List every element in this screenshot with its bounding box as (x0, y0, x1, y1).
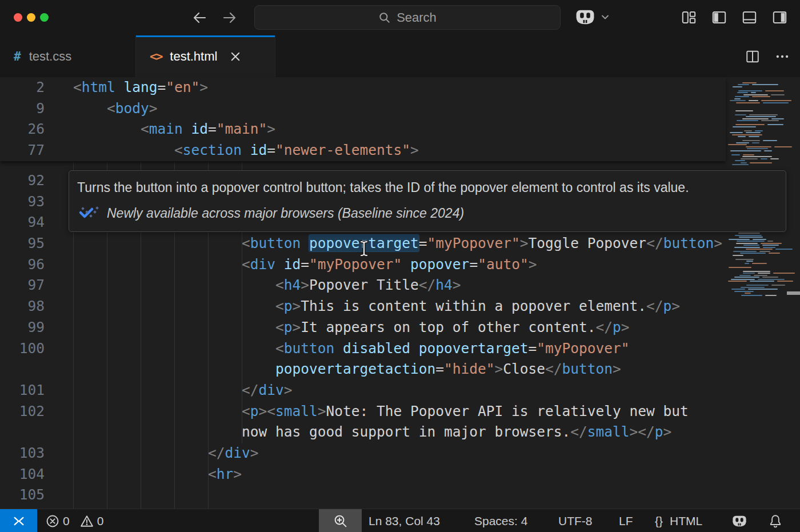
forward-arrow-icon[interactable] (222, 10, 238, 26)
minimap-line (754, 275, 767, 276)
code-row: 100<button disabled popovertarget="myPop… (0, 338, 726, 359)
minimap-line (730, 100, 746, 101)
code-line[interactable]: <body> (45, 98, 158, 119)
minimap-line (733, 126, 756, 127)
code-row: 103</div> (0, 443, 726, 464)
toggle-sidebar-right-icon[interactable] (772, 10, 787, 25)
minimap-line (761, 120, 779, 121)
close-window-button[interactable] (14, 13, 22, 22)
code-line[interactable]: <hr> (45, 464, 242, 485)
code-line[interactable]: <p>It appears on top of other content.</… (45, 317, 630, 338)
code-line[interactable]: <main id="main"> (45, 119, 275, 140)
search-icon (378, 11, 391, 24)
minimap-line (767, 241, 773, 242)
line-number: 92 (0, 170, 45, 191)
remote-icon (13, 515, 25, 527)
tab-test-css[interactable]: # test.css (0, 35, 136, 77)
line-number: 105 (0, 485, 45, 506)
tab-label: test.html (170, 49, 217, 64)
line-number: 104 (0, 464, 45, 485)
minimap-line (777, 281, 794, 282)
code-line[interactable]: <section id="newer-elements"> (45, 140, 419, 161)
code-line[interactable]: <button popovertarget="myPopover">Toggle… (45, 233, 722, 254)
error-count: 0 (63, 514, 70, 528)
cursor-position[interactable]: Ln 83, Col 43 (369, 509, 440, 532)
braces-icon: {} (655, 514, 663, 528)
code-line[interactable]: <p>This is content within a popover elem… (45, 296, 680, 317)
copilot-status[interactable] (731, 509, 747, 532)
minimap-line (737, 120, 758, 121)
minimap-line (732, 164, 749, 165)
code-line[interactable]: popovertargetaction="hide">Close</button… (45, 359, 621, 380)
minimap-line (735, 110, 753, 111)
copilot-menu[interactable] (574, 7, 610, 27)
minimap-line (741, 158, 758, 159)
minimap-line (736, 243, 758, 244)
encoding-setting[interactable]: UTF-8 (558, 509, 593, 532)
code-line[interactable]: <div id="myPopover" popover="auto"> (45, 254, 537, 275)
minimap-line (762, 277, 778, 278)
minimap-line (775, 249, 793, 250)
code-line[interactable]: </div> (45, 380, 293, 401)
eol-setting[interactable]: LF (619, 509, 633, 532)
tab-test-html[interactable]: <> test.html (136, 35, 275, 77)
minimap-line (749, 114, 778, 115)
close-tab-icon[interactable] (230, 51, 241, 62)
code-line[interactable]: </div> (45, 443, 259, 464)
minimap-line (738, 233, 760, 234)
sticky-scroll[interactable]: 2<html lang="en">9<body>26<main id="main… (0, 77, 726, 161)
minimap-line (765, 295, 777, 296)
minimap-line (761, 243, 782, 244)
line-number: 98 (0, 296, 45, 317)
minimap-line (746, 146, 771, 147)
notifications-bell[interactable] (768, 509, 783, 532)
minimize-window-button[interactable] (27, 13, 35, 22)
window-controls (14, 13, 49, 22)
code-row: 102<p><small>Note: The Popover API is re… (0, 401, 726, 422)
problems-indicator[interactable]: 0 0 (46, 509, 103, 532)
minimap-line (747, 148, 768, 149)
minimap-line (743, 273, 755, 274)
customize-layout-icon[interactable] (681, 10, 697, 25)
minimap-line (737, 92, 748, 93)
back-arrow-icon[interactable] (191, 10, 207, 26)
more-actions-icon[interactable] (775, 49, 790, 64)
minimap-line (749, 100, 758, 101)
language-mode[interactable]: {} HTML (655, 509, 702, 532)
minimap-line (731, 154, 740, 155)
minimap-line (765, 90, 784, 91)
minimap-line (738, 90, 762, 91)
minimap[interactable] (726, 77, 800, 509)
tab-bar: # test.css <> test.html (0, 35, 800, 77)
html-file-icon: <> (150, 50, 162, 63)
line-number: 99 (0, 317, 45, 338)
code-line[interactable]: <p><small>Note: The Popover API is relat… (45, 401, 689, 422)
minimap-line (764, 150, 772, 151)
remote-indicator[interactable] (0, 509, 37, 532)
code-line[interactable]: <h4>Popover Title</h4> (45, 275, 461, 296)
maximize-window-button[interactable] (40, 13, 49, 22)
minimap-line (742, 82, 757, 83)
minimap-line (742, 140, 761, 141)
indentation-setting[interactable]: Spaces: 4 (474, 509, 527, 532)
line-number: 26 (0, 119, 45, 140)
toggle-sidebar-left-icon[interactable] (711, 10, 727, 25)
minimap-line (735, 114, 746, 115)
minimap-line (758, 279, 784, 280)
line-number: 97 (0, 275, 45, 296)
code-line[interactable]: now has good support in major browsers.<… (45, 422, 671, 443)
minimap-line (752, 142, 759, 143)
search-input[interactable]: Search (254, 5, 561, 30)
line-number: 93 (0, 191, 45, 213)
code-line[interactable]: <html lang="en"> (45, 77, 208, 98)
code-line[interactable] (45, 485, 73, 506)
code-row: 99<p>It appears on top of other content.… (0, 317, 726, 338)
zoom-status-button[interactable] (319, 509, 362, 532)
split-editor-icon[interactable] (745, 49, 760, 64)
code-line[interactable]: <button disabled popovertarget="myPopove… (45, 338, 630, 359)
minimap-line (738, 84, 749, 85)
toggle-panel-icon[interactable] (742, 10, 757, 25)
minimap-line (739, 237, 763, 238)
minimap-line (773, 273, 795, 274)
minimap-line (737, 241, 765, 242)
